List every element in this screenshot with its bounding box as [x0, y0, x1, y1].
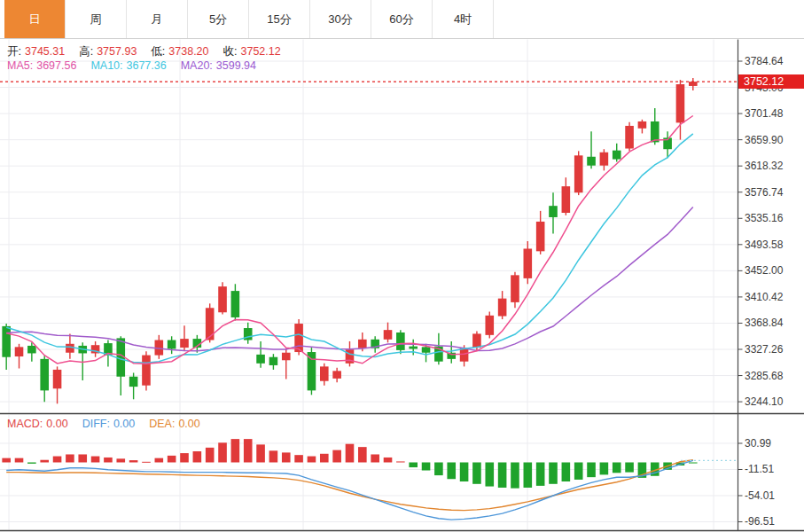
readout-item: DEA:0.00 — [149, 418, 204, 430]
macd-histogram-bar — [155, 458, 164, 463]
readout-item: MA10:3677.36 — [90, 59, 169, 72]
price-tick-label: 3410.42 — [745, 291, 784, 303]
macd-histogram-bar — [104, 458, 113, 463]
macd-histogram-bar — [358, 447, 367, 462]
tab-5min[interactable]: 5分 — [188, 0, 249, 38]
macd-tick-label: -96.51 — [745, 515, 775, 528]
candle — [142, 356, 151, 386]
macd-histogram-bar — [485, 463, 494, 487]
tab-monthly[interactable]: 月 — [127, 0, 188, 38]
macd-histogram-bar — [206, 448, 215, 463]
macd-histogram-bar — [256, 444, 265, 462]
macd-histogram-bar — [320, 454, 329, 463]
candle — [587, 157, 596, 166]
candle — [613, 151, 621, 160]
readout-item: 高:3757.93 — [79, 45, 140, 58]
price-tick-label: 3701.48 — [745, 107, 784, 120]
readout-item: 开:3745.31 — [7, 45, 68, 58]
candle — [66, 344, 74, 353]
candle — [2, 326, 11, 357]
macd-histogram-bar — [422, 463, 431, 471]
macd-histogram-bar — [549, 463, 558, 484]
macd-histogram-bar — [371, 454, 379, 462]
macd-histogram-bar — [434, 463, 443, 476]
candle — [294, 324, 303, 352]
readout-item: MACD:0.00 — [7, 418, 72, 430]
price-tick-label: 3576.74 — [745, 186, 784, 199]
macd-histogram-bar — [409, 463, 418, 468]
readout-item: DIFF:0.00 — [82, 418, 139, 430]
macd-histogram-bar — [91, 457, 100, 463]
macd-histogram-bar — [15, 458, 24, 463]
macd-histogram-bar — [244, 439, 253, 462]
macd-histogram-bar — [447, 463, 456, 480]
price-chart-plot[interactable]: 3784.643743.063701.483659.903618.323576.… — [0, 0, 804, 532]
macd-histogram-bar — [78, 454, 87, 462]
macd-histogram-bar — [168, 456, 176, 463]
macd-histogram-bar — [269, 450, 278, 462]
tab-weekly[interactable]: 周 — [66, 0, 127, 38]
candle — [498, 299, 507, 317]
macd-histogram-bar — [460, 463, 469, 482]
candle — [40, 359, 49, 391]
price-tick-label: 3285.68 — [745, 370, 784, 382]
macd-histogram-bar — [587, 463, 596, 478]
candle — [27, 346, 36, 354]
candle — [15, 347, 24, 356]
readout-item: 收:3752.12 — [223, 45, 285, 58]
candle — [638, 121, 647, 129]
macd-histogram-bar — [129, 460, 138, 462]
tab-4hour[interactable]: 4时 — [433, 0, 494, 38]
candle — [524, 248, 533, 278]
readout-item: MA5:3697.56 — [7, 59, 80, 72]
candle — [206, 308, 215, 340]
ohlc-readout: 开:3745.31高:3757.93低:3738.20收:3752.12 — [7, 44, 295, 59]
price-tick-label: 3659.90 — [745, 134, 784, 146]
candle — [269, 357, 278, 365]
candle — [600, 153, 609, 166]
macd-histogram-bar — [116, 458, 125, 462]
macd-histogram-bar — [294, 455, 303, 462]
ma-readout: MA5:3697.56MA10:3677.36MA20:3599.94 — [7, 59, 270, 72]
candle — [320, 366, 329, 380]
candle — [485, 316, 494, 335]
macd-tick-label: -11.51 — [745, 463, 774, 475]
macd-histogram-bar — [625, 463, 634, 473]
candle — [168, 340, 176, 349]
candle — [422, 347, 431, 352]
tab-30min[interactable]: 30分 — [310, 0, 371, 38]
trading-chart-app: 日周月5分15分30分60分4时 3784.643743.063701.4836… — [0, 0, 804, 532]
candle — [231, 291, 240, 317]
price-tick-label: 3327.26 — [745, 343, 784, 356]
macd-histogram-bar — [218, 442, 227, 462]
tab-60min[interactable]: 60分 — [371, 0, 433, 38]
candle — [332, 371, 341, 379]
macd-tick-label: 30.99 — [745, 437, 771, 450]
candle — [129, 377, 138, 387]
candle — [676, 84, 685, 122]
candle — [308, 352, 316, 390]
price-tick-label: 3618.32 — [745, 160, 784, 172]
macd-histogram-bar — [536, 463, 545, 486]
macd-histogram-bar — [384, 458, 393, 463]
candle — [536, 222, 545, 251]
macd-histogram-bar — [689, 463, 698, 464]
macd-histogram-bar — [142, 462, 151, 463]
macd-histogram-bar — [600, 463, 609, 475]
candle — [282, 353, 291, 361]
macd-histogram-bar — [574, 463, 583, 480]
candle — [384, 330, 393, 340]
tab-15min[interactable]: 15分 — [249, 0, 310, 38]
candle — [549, 206, 558, 217]
timeframe-tabbar: 日周月5分15分30分60分4时 — [0, 0, 804, 39]
macd-histogram-bar — [511, 463, 519, 489]
candle — [256, 355, 265, 364]
tab-daily[interactable]: 日 — [4, 0, 66, 38]
macd-histogram-bar — [524, 463, 533, 488]
macd-histogram-bar — [346, 444, 355, 463]
candle — [218, 286, 227, 312]
macd-histogram-bar — [193, 451, 202, 462]
macd-histogram-bar — [562, 463, 571, 482]
macd-histogram-bar — [613, 463, 621, 473]
macd-readout: MACD:0.00DIFF:0.00DEA:0.00 — [7, 418, 215, 430]
